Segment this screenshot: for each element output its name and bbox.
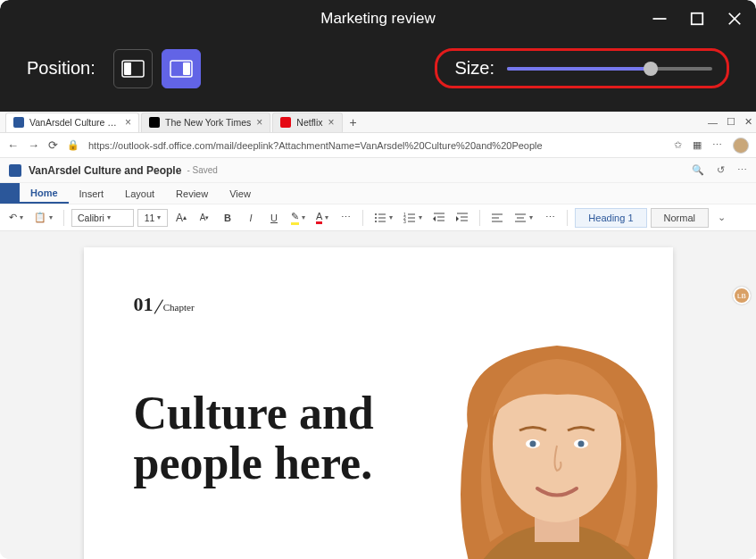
browser-tab[interactable]: The New York Times× <box>141 113 270 132</box>
svg-point-39 <box>577 441 584 447</box>
ribbon-tab-home[interactable]: Home <box>20 183 69 204</box>
increase-indent-button[interactable] <box>453 208 472 228</box>
more-paragraph-button[interactable]: ⋯ <box>540 208 560 228</box>
browser-tab[interactable]: Netflix× <box>272 113 342 132</box>
bold-button[interactable]: B <box>218 208 237 228</box>
chapter-label: Chapter <box>163 302 195 313</box>
document-page[interactable]: 01/Chapter Culture and people here. <box>84 247 673 559</box>
align-center-button[interactable] <box>511 208 536 228</box>
paste-button[interactable]: 📋 <box>30 208 56 228</box>
document-saved-status: - Saved <box>187 165 217 175</box>
position-buttons <box>113 49 201 88</box>
size-slider-fill <box>507 67 651 71</box>
ribbon-tab-layout[interactable]: Layout <box>114 183 165 204</box>
browser-window-controls: — ☐ ✕ <box>708 112 752 132</box>
word-titlebar: VanArsdel Culture and People - Saved 🔍 ↺… <box>0 158 756 183</box>
numbering-button[interactable]: 123 <box>400 208 426 228</box>
chapter-marker: 01/Chapter <box>134 290 623 317</box>
more-font-button[interactable]: ⋯ <box>336 208 355 228</box>
style-heading1[interactable]: Heading 1 <box>575 208 646 228</box>
browser-tab[interactable]: VanArsdel Culture and peo...× <box>5 113 139 132</box>
position-label: Position: <box>27 58 96 79</box>
position-left-button[interactable] <box>113 49 153 88</box>
chapter-number: 01 <box>134 293 154 315</box>
svg-marker-23 <box>433 216 436 221</box>
size-control-highlight: Size: <box>435 48 729 88</box>
ribbon: ↶ 📋 Calibri 11 A▴ A▾ B I U ✎ A ⋯ 123 <box>0 204 756 231</box>
maximize-button[interactable] <box>688 10 706 28</box>
address-bar-actions: ✩ ▦ ⋯ <box>674 138 749 154</box>
ribbon-tab-insert[interactable]: Insert <box>69 183 115 204</box>
document-heading[interactable]: Culture and people here. <box>134 388 455 488</box>
refresh-button[interactable]: ⟳ <box>48 138 58 152</box>
font-size-select[interactable]: 11 <box>137 209 168 227</box>
svg-point-37 <box>529 441 536 447</box>
more-button[interactable]: ⋯ <box>737 164 747 176</box>
size-slider[interactable] <box>507 67 712 71</box>
svg-rect-5 <box>124 63 131 75</box>
decrease-indent-button[interactable] <box>429 208 449 228</box>
svg-marker-27 <box>456 216 459 221</box>
overlay-title: Marketing review <box>320 10 436 28</box>
ribbon-tab-review[interactable]: Review <box>165 183 219 204</box>
tab-label: Netflix <box>296 117 322 128</box>
minimize-button[interactable] <box>651 10 669 28</box>
svg-point-8 <box>375 213 377 215</box>
undo-button[interactable]: ↶ <box>5 208 27 228</box>
tab-label: VanArsdel Culture and peo... <box>29 117 120 128</box>
browser-menu-button[interactable]: ⋯ <box>712 139 722 151</box>
align-left-button[interactable] <box>487 208 507 228</box>
file-tab[interactable] <box>0 183 20 204</box>
highlight-button[interactable]: ✎ <box>287 208 309 228</box>
favorite-button[interactable]: ✩ <box>674 139 682 151</box>
style-normal[interactable]: Normal <box>651 208 709 228</box>
bullets-button[interactable] <box>370 208 396 228</box>
tab-close-button[interactable]: × <box>125 116 131 129</box>
size-slider-thumb[interactable] <box>644 62 658 76</box>
font-color-button[interactable]: A <box>312 208 332 228</box>
presence-avatar[interactable]: LB <box>733 287 751 305</box>
address-bar[interactable]: https://outlook-sdf.office.com/mail/deep… <box>88 140 665 151</box>
presence-indicator[interactable]: LB <box>733 287 751 305</box>
history-button[interactable]: ↺ <box>717 164 725 176</box>
search-button[interactable]: 🔍 <box>692 164 704 176</box>
browser-tabstrip: VanArsdel Culture and peo...×The New Yor… <box>0 112 756 133</box>
browser-close-button[interactable]: ✕ <box>744 116 752 128</box>
extensions-button[interactable]: ▦ <box>693 139 702 151</box>
word-app-icon <box>9 164 21 177</box>
window-controls <box>651 0 744 38</box>
overlay-titlebar: Marketing review <box>0 0 756 38</box>
svg-point-12 <box>375 221 377 222</box>
close-button[interactable] <box>726 10 744 28</box>
tab-label: The New York Times <box>165 117 251 128</box>
address-bar-row: ← → ⟳ 🔒 https://outlook-sdf.office.com/m… <box>0 133 756 158</box>
ribbon-tabs: HomeInsertLayoutReviewView <box>0 183 756 204</box>
back-button[interactable]: ← <box>7 138 19 152</box>
tab-favicon <box>149 117 160 128</box>
browser-maximize-button[interactable]: ☐ <box>727 116 735 128</box>
styles-more-button[interactable]: ⌄ <box>712 212 731 223</box>
svg-point-10 <box>375 217 377 219</box>
tab-close-button[interactable]: × <box>256 116 262 129</box>
document-title[interactable]: VanArsdel Culture and People <box>29 164 181 177</box>
profile-avatar[interactable] <box>733 138 749 154</box>
grow-font-button[interactable]: A▴ <box>171 208 191 228</box>
browser-minimize-button[interactable]: — <box>708 117 718 128</box>
overlay-toolbar: Position: Size: <box>0 38 756 112</box>
svg-text:3: 3 <box>403 219 406 224</box>
overlay-header: Marketing review Position: <box>0 0 756 112</box>
svg-rect-1 <box>692 13 703 25</box>
svg-rect-7 <box>183 63 190 75</box>
forward-button[interactable]: → <box>28 138 39 152</box>
new-tab-button[interactable]: + <box>345 115 362 129</box>
shrink-font-button[interactable]: A▾ <box>195 208 214 228</box>
heading-line-2: people here. <box>134 438 373 488</box>
document-canvas[interactable]: LB 01/Chapter Culture and people here. <box>0 231 756 559</box>
underline-button[interactable]: U <box>264 208 284 228</box>
ribbon-tab-view[interactable]: View <box>219 183 262 204</box>
font-name-select[interactable]: Calibri <box>71 209 134 227</box>
position-right-button[interactable] <box>162 49 201 88</box>
tab-close-button[interactable]: × <box>328 116 335 129</box>
italic-button[interactable]: I <box>241 208 261 228</box>
tab-favicon <box>280 117 291 128</box>
